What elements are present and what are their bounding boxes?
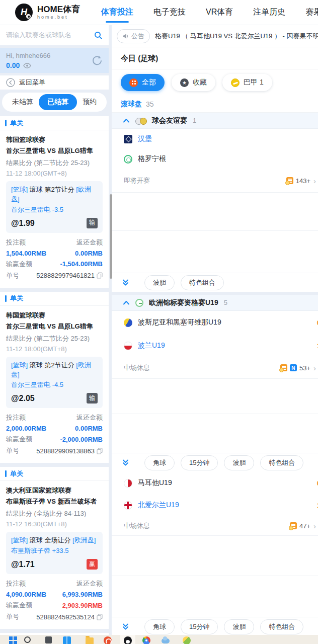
nav-item[interactable]: 赛果 xyxy=(305,0,318,25)
market-category-chip[interactable]: 15分钟 xyxy=(181,619,218,634)
announcement-badge[interactable]: 公告 xyxy=(117,29,150,43)
stake-label: 投注额 xyxy=(6,238,26,247)
team-row[interactable]: 波斯尼亚和黑塞哥维那U190 xyxy=(112,311,318,334)
qq-icon[interactable] xyxy=(124,636,132,644)
settlement-tab[interactable]: 预约 xyxy=(77,94,102,110)
market-category-chip[interactable]: 波胆 xyxy=(224,619,254,634)
eye-icon[interactable] xyxy=(23,63,31,68)
expand-more-icon[interactable] xyxy=(122,279,129,286)
refresh-icon[interactable] xyxy=(92,55,103,66)
main-nav: 体育投注电子竞技VR体育注单历史赛果 xyxy=(101,0,318,25)
widgets-icon[interactable] xyxy=(45,636,52,643)
slip-odds-value: @2.05 xyxy=(11,392,35,404)
markets-count-link[interactable]: N53+› xyxy=(280,364,316,372)
market-category-chip[interactable]: 角球 xyxy=(144,619,175,634)
filter-chip[interactable]: 巴甲 1 xyxy=(222,74,272,91)
settlement-tab[interactable]: 未结算 xyxy=(7,94,38,110)
market-category-chip[interactable]: 特色组合 xyxy=(260,455,303,470)
team-row[interactable]: 波兰U191 xyxy=(112,334,318,357)
slip-league: 韩国篮球联赛 xyxy=(6,311,103,320)
chevron-up-icon[interactable] xyxy=(123,300,130,305)
match-footer-row: 角球15分钟波胆特色组合 xyxy=(112,453,318,472)
brand-logo[interactable]: H HOME体育 home.bet xyxy=(0,4,80,21)
settlement-tab[interactable]: 已结算 xyxy=(39,94,77,110)
chevron-right-icon[interactable]: › xyxy=(313,364,316,372)
star-icon xyxy=(180,78,189,87)
map-app-icon[interactable] xyxy=(183,636,191,644)
announcement-text[interactable]: 格赛U19 （ 马耳他U19 VS 北爱尔兰U19 ） - 因赛果不明确，赛果将 xyxy=(155,32,318,41)
expand-markets-button[interactable] xyxy=(122,279,129,286)
filter-chip-label: 全部 xyxy=(142,78,156,87)
markets-count-link[interactable]: 47+› xyxy=(290,522,316,530)
cloud-app-icon[interactable] xyxy=(162,638,170,643)
search-icon[interactable] xyxy=(94,31,103,40)
taskbar-search-icon[interactable] xyxy=(24,636,31,643)
live-markets-row[interactable]: 滚球盘 35 xyxy=(112,96,318,113)
market-category-chip[interactable]: 波胆 xyxy=(144,275,175,290)
expand-markets-button[interactable] xyxy=(122,459,129,466)
slip-sport-tag: [篮球] xyxy=(11,536,28,544)
market-category-chip[interactable]: 15分钟 xyxy=(181,455,218,470)
nav-item[interactable]: 电子竞技 xyxy=(153,0,186,25)
team-row[interactable]: 汉堡 xyxy=(112,129,318,149)
settlement-tabs: 未结算已结算预约 xyxy=(2,93,107,112)
order-number: 5288824592535124 xyxy=(36,613,103,621)
copy-icon[interactable] xyxy=(97,448,103,454)
copy-icon[interactable] xyxy=(97,272,103,279)
slip-selection-box: [篮球] 滚球 第2节让分 [欧洲盘]首尔三星雷电 -3.5@1.99输 xyxy=(6,181,103,233)
order-number: 5288829909138863 xyxy=(36,447,103,455)
league-section-header[interactable]: 欧洲锦标赛资格赛U195 xyxy=(112,295,318,311)
movies-app-icon[interactable] xyxy=(63,636,71,644)
expand-more-icon[interactable] xyxy=(122,459,129,466)
expand-more-icon[interactable] xyxy=(122,623,129,630)
team-row[interactable]: 马耳他U190 xyxy=(112,472,318,494)
slip-selection-box: [篮球] 滚球 第2节让分 [欧洲盘]首尔三星雷电 -4.5@2.05输 xyxy=(6,357,103,409)
markets-count-link[interactable]: 143+› xyxy=(286,177,316,185)
chevron-right-icon[interactable]: › xyxy=(313,177,316,185)
league-section-title: 球会友谊赛 xyxy=(152,116,187,125)
bosnia-logo xyxy=(124,318,132,327)
sidebar-scrollbar[interactable] xyxy=(110,194,112,279)
slip-odds-value: @1.99 xyxy=(11,217,35,229)
slip-odds-row: @2.05输 xyxy=(11,392,98,404)
poland-logo xyxy=(124,342,132,350)
chrome-icon[interactable] xyxy=(142,636,150,644)
app-window: H HOME体育 home.bet 体育投注电子竞技VR体育注单历史赛果 请输入… xyxy=(0,0,318,644)
app-orange-icon[interactable] xyxy=(104,636,112,644)
filter-chip[interactable]: 收藏 xyxy=(172,74,215,91)
markets-count-text: 47+ xyxy=(299,522,310,530)
nav-item[interactable]: 体育投注 xyxy=(101,0,133,25)
search-bar[interactable]: 请输入联赛名或球队名 xyxy=(0,25,109,45)
file-explorer-icon[interactable] xyxy=(86,637,94,644)
copy-icon[interactable] xyxy=(97,614,103,620)
order-row: 单号5288824592535124 xyxy=(6,612,103,621)
market-category-chip[interactable]: 特色组合 xyxy=(260,619,303,634)
filter-chip[interactable]: 全部 xyxy=(121,74,165,91)
expand-markets-button[interactable] xyxy=(122,623,129,630)
amount-labels-row: 投注额返还金额 xyxy=(6,579,103,588)
team-name: 汉堡 xyxy=(138,134,152,143)
league-section-header[interactable]: 球会友谊赛1 xyxy=(112,113,318,129)
nav-item[interactable]: 注单历史 xyxy=(253,0,285,25)
nav-item[interactable]: VR体育 xyxy=(206,0,233,25)
order-number-text: 5288829979461821 xyxy=(36,272,95,279)
chevron-right-icon[interactable]: › xyxy=(313,522,316,530)
market-category-chip[interactable]: 特色组合 xyxy=(181,275,224,290)
slip-teams: 首尔三星雷电 VS 昌原LG猎隼 xyxy=(6,146,103,155)
betslip-markets-icon xyxy=(280,364,287,371)
search-input[interactable]: 请输入联赛名或球队名 xyxy=(6,31,94,40)
windows-start-icon[interactable] xyxy=(9,636,17,644)
today-title: 今日 (足球) xyxy=(112,47,318,69)
slip-match-time: 11-12 18:00(GMT+8) xyxy=(6,170,103,177)
malta-logo xyxy=(124,479,132,488)
market-category-chip[interactable]: 波胆 xyxy=(224,455,254,470)
back-to-menu-button[interactable]: 返回菜单 xyxy=(0,75,109,90)
bet-slip-type: 单关 xyxy=(0,467,109,481)
chevron-up-icon[interactable] xyxy=(123,118,130,123)
winloss-row: 输赢金额-2,000.00RMB xyxy=(6,435,103,444)
market-category-chip[interactable]: 角球 xyxy=(144,455,175,470)
slip-pick: 首尔三星雷电 -3.5 xyxy=(11,205,98,215)
amount-labels-row: 投注额返还金额 xyxy=(6,413,103,422)
team-row[interactable]: 格罗宁根 xyxy=(112,149,318,169)
team-row[interactable]: 北爱尔兰U191 xyxy=(112,494,318,516)
